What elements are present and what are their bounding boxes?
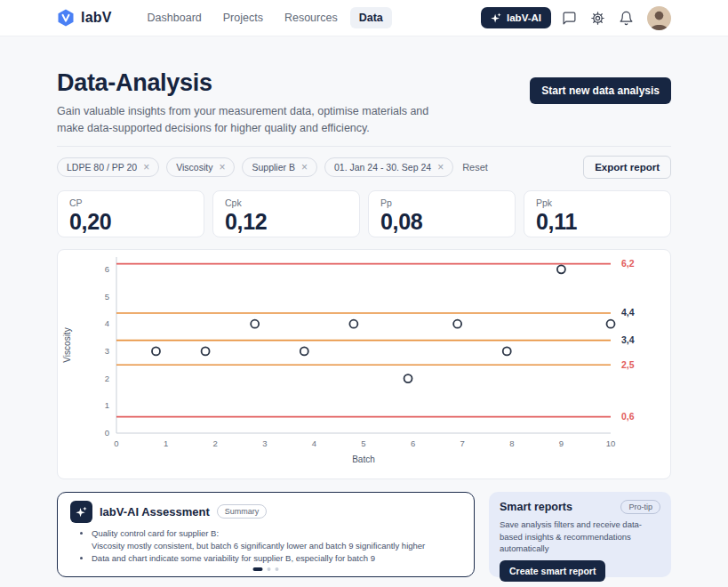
kpi-label: Pp <box>380 197 503 208</box>
kpi-label: Cpk <box>225 197 348 208</box>
create-smart-report-button[interactable]: Create smart report <box>500 560 605 582</box>
bell-icon[interactable] <box>615 7 636 28</box>
logo[interactable]: labV <box>57 9 112 27</box>
filter-chip-supplier[interactable]: Supplier B × <box>242 157 316 177</box>
assessment-bullet-list: Quality control card for supplier B: Vis… <box>70 527 461 566</box>
assessment-bullet: Data and chart indicate some variability… <box>92 552 461 565</box>
svg-text:1: 1 <box>164 438 168 448</box>
smart-reports-card: Smart reports Pro-tip Save analysis filt… <box>489 492 671 577</box>
ai-assessment-title: labV-AI Assessment <box>100 505 210 519</box>
avatar[interactable] <box>647 6 671 30</box>
svg-text:5: 5 <box>105 291 109 301</box>
svg-text:6: 6 <box>411 438 415 448</box>
carousel-pagination <box>253 567 279 571</box>
labv-ai-button[interactable]: labV-AI <box>481 7 551 28</box>
kpi-value: 0,08 <box>380 209 503 235</box>
svg-text:8: 8 <box>509 438 514 448</box>
svg-text:4: 4 <box>312 438 316 448</box>
logo-icon <box>57 9 75 27</box>
svg-text:3,4: 3,4 <box>621 334 635 345</box>
svg-text:2,5: 2,5 <box>621 359 635 370</box>
ai-sparkle-icon <box>70 501 92 523</box>
summary-badge: Summary <box>217 504 268 519</box>
page-subtitle: Gain valuable insights from your measure… <box>57 103 459 138</box>
page-title: Data-Analysis <box>57 70 459 95</box>
filter-chip-viscosity[interactable]: Viscosity × <box>166 157 235 177</box>
kpi-label: CP <box>69 197 192 208</box>
main-nav: Dashboard Projects Resources Data <box>139 7 392 28</box>
filter-chip-material[interactable]: LDPE 80 / PP 20 × <box>57 157 159 177</box>
filter-chip-label: 01. Jan 24 - 30. Sep 24 <box>334 162 431 173</box>
svg-text:0: 0 <box>105 428 109 438</box>
nav-data[interactable]: Data <box>350 7 392 28</box>
svg-text:4,4: 4,4 <box>621 307 635 318</box>
gear-icon[interactable] <box>587 7 608 28</box>
labv-ai-button-label: labV-AI <box>507 12 541 23</box>
start-analysis-button[interactable]: Start new data analysis <box>530 77 671 104</box>
svg-text:Batch: Batch <box>352 454 375 464</box>
logo-text: labV <box>81 10 112 26</box>
filter-chip-label: Viscosity <box>176 162 212 173</box>
smart-reports-body: Save analysis filters and receive data-b… <box>500 519 660 555</box>
carousel-dot-1[interactable] <box>253 567 263 571</box>
nav-dashboard[interactable]: Dashboard <box>139 7 211 28</box>
svg-text:1: 1 <box>105 400 109 410</box>
app-window: labV Dashboard Projects Resources Data l… <box>0 0 728 587</box>
svg-text:6: 6 <box>105 264 109 274</box>
filter-chip-label: Supplier B <box>252 162 294 173</box>
filter-bar: LDPE 80 / PP 20 × Viscosity × Supplier B… <box>57 156 671 179</box>
svg-text:10: 10 <box>606 438 616 448</box>
pro-tip-badge: Pro-tip <box>620 500 660 514</box>
svg-text:4: 4 <box>105 318 109 328</box>
svg-text:9: 9 <box>559 438 564 448</box>
bottom-row: labV-AI Assessment Summary Quality contr… <box>57 492 671 577</box>
viscosity-control-chart: 01234560123456789106,24,43,42,50,6BatchV… <box>58 250 671 478</box>
kpi-row: CP 0,20 Cpk 0,12 Pp 0,08 Ppk 0,11 <box>57 190 671 237</box>
chat-icon[interactable] <box>558 7 580 28</box>
svg-text:3: 3 <box>262 438 267 448</box>
svg-text:0: 0 <box>114 438 118 448</box>
assessment-bullet: Quality control card for supplier B: Vis… <box>92 527 461 553</box>
svg-text:5: 5 <box>361 438 365 448</box>
kpi-card-cp: CP 0,20 <box>57 190 204 237</box>
carousel-dot-3[interactable] <box>276 567 279 571</box>
kpi-card-cpk: Cpk 0,12 <box>212 190 360 237</box>
svg-text:0,6: 0,6 <box>621 411 635 422</box>
nav-projects[interactable]: Projects <box>214 7 272 28</box>
top-nav-bar: labV Dashboard Projects Resources Data l… <box>0 0 728 36</box>
sparkles-icon <box>491 12 501 23</box>
remove-filter-icon[interactable]: × <box>143 162 149 173</box>
nav-resources[interactable]: Resources <box>276 7 347 28</box>
remove-filter-icon[interactable]: × <box>301 162 308 173</box>
svg-text:Viscosity: Viscosity <box>62 327 72 362</box>
page-header: Data-Analysis Gain valuable insights fro… <box>57 70 671 138</box>
control-chart-card: 01234560123456789106,24,43,42,50,6BatchV… <box>57 249 671 479</box>
reset-filters-button[interactable]: Reset <box>462 162 488 173</box>
kpi-card-pp: Pp 0,08 <box>368 190 516 237</box>
main-content: Data-Analysis Gain valuable insights fro… <box>0 70 728 577</box>
kpi-card-ppk: Ppk 0,11 <box>524 190 671 237</box>
smart-reports-title: Smart reports <box>500 501 572 513</box>
svg-text:2: 2 <box>105 373 109 382</box>
filter-chip-label: LDPE 80 / PP 20 <box>67 162 137 173</box>
kpi-value: 0,20 <box>69 209 192 235</box>
remove-filter-icon[interactable]: × <box>437 162 444 173</box>
ai-assessment-card: labV-AI Assessment Summary Quality contr… <box>57 492 475 577</box>
divider <box>57 146 671 147</box>
header-actions: labV-AI <box>481 6 671 30</box>
svg-text:6,2: 6,2 <box>621 258 635 269</box>
remove-filter-icon[interactable]: × <box>219 162 225 173</box>
kpi-value: 0,12 <box>225 209 348 235</box>
export-report-button[interactable]: Export report <box>583 156 671 179</box>
svg-text:7: 7 <box>460 438 465 448</box>
kpi-value: 0,11 <box>536 209 659 235</box>
svg-text:3: 3 <box>105 346 109 356</box>
filter-chip-daterange[interactable]: 01. Jan 24 - 30. Sep 24 × <box>324 157 453 177</box>
svg-text:2: 2 <box>213 438 218 448</box>
carousel-dot-2[interactable] <box>268 567 271 571</box>
kpi-label: Ppk <box>536 197 659 208</box>
